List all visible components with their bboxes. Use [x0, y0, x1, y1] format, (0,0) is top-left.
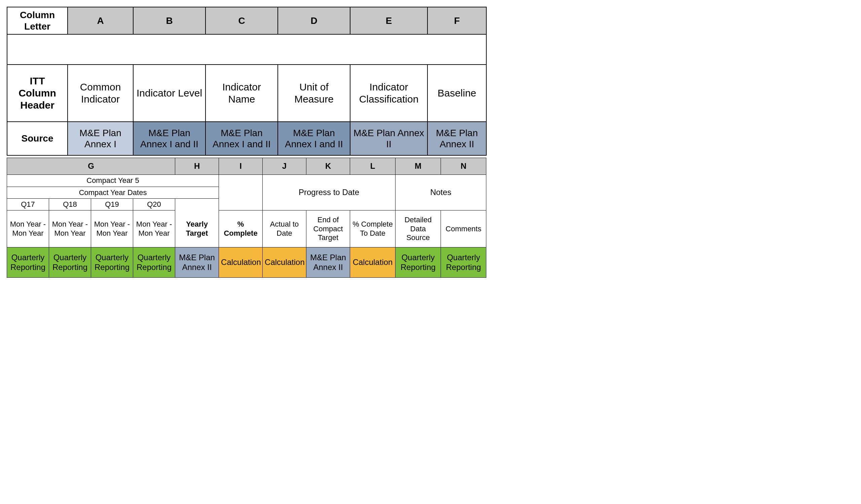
col-G: G: [7, 158, 175, 175]
itt-A: Common Indicator: [68, 65, 133, 122]
blank-I: [219, 175, 263, 210]
itt-header-label: ITT Column Header: [7, 65, 68, 122]
blank-row: [7, 34, 486, 65]
col-E: E: [350, 7, 427, 34]
itt-table-2: G H I J K L M N Compact Year 5 Progress …: [7, 158, 486, 278]
blank-cell: [7, 34, 486, 65]
src-G3: Quarterly Reporting: [91, 248, 133, 278]
col-B: B: [133, 7, 205, 34]
src-L: Calculation: [350, 248, 396, 278]
blank-H-top: [175, 198, 219, 210]
col-D: D: [278, 7, 350, 34]
col-A: A: [68, 7, 133, 34]
source-label: Source: [7, 122, 68, 155]
col-C: C: [205, 7, 278, 34]
itt-D: Unit of Measure: [278, 65, 350, 122]
column-letter-label: Column Letter: [7, 7, 68, 34]
compact-year-row: Compact Year 5 Progress to Date Notes: [7, 175, 486, 186]
itt-table-1: Column Letter A B C D E F ITT Column Hea…: [7, 7, 487, 156]
src-E: M&E Plan Annex II: [350, 122, 427, 155]
progress-label: Progress to Date: [263, 175, 396, 210]
src-F: M&E Plan Annex II: [427, 122, 486, 155]
col-M: M: [396, 158, 441, 175]
src-J: Calculation: [263, 248, 306, 278]
col-J: J: [263, 158, 306, 175]
col-H: H: [175, 158, 219, 175]
src-G1: Quarterly Reporting: [7, 248, 49, 278]
q17: Q17: [7, 198, 49, 210]
col-F: F: [427, 7, 486, 34]
col-N: N: [441, 158, 486, 175]
q19-range: Mon Year - Mon Year: [91, 210, 133, 248]
hdr-H: Yearly Target: [175, 210, 219, 248]
q18-range: Mon Year - Mon Year: [49, 210, 91, 248]
q19: Q19: [91, 198, 133, 210]
src-B: M&E Plan Annex I and II: [133, 122, 205, 155]
compact-year-label: Compact Year 5: [7, 175, 219, 186]
itt-C: Indicator Name: [205, 65, 278, 122]
src-C: M&E Plan Annex I and II: [205, 122, 278, 155]
src-H: M&E Plan Annex II: [175, 248, 219, 278]
notes-label: Notes: [396, 175, 486, 210]
col-K: K: [306, 158, 350, 175]
col-L: L: [350, 158, 396, 175]
col-I: I: [219, 158, 263, 175]
itt-E: Indicator Classification: [350, 65, 427, 122]
src-D: M&E Plan Annex I and II: [278, 122, 350, 155]
hdr-N: Comments: [441, 210, 486, 248]
compact-dates-label: Compact Year Dates: [7, 186, 219, 198]
itt-B: Indicator Level: [133, 65, 205, 122]
src-M: Quarterly Reporting: [396, 248, 441, 278]
hdr-I: % Complete: [219, 210, 263, 248]
src-N: Quarterly Reporting: [441, 248, 486, 278]
hdr-J: Actual to Date: [263, 210, 306, 248]
hdr-M: Detailed Data Source: [396, 210, 441, 248]
hdr-L: % Complete To Date: [350, 210, 396, 248]
header-labels-row: Mon Year - Mon Year Mon Year - Mon Year …: [7, 210, 486, 248]
itt-F: Baseline: [427, 65, 486, 122]
src-G2: Quarterly Reporting: [49, 248, 91, 278]
q18: Q18: [49, 198, 91, 210]
column-letter-row: Column Letter A B C D E F: [7, 7, 486, 34]
hdr-K: End of Compact Target: [306, 210, 350, 248]
src-K: M&E Plan Annex II: [306, 248, 350, 278]
src-A: M&E Plan Annex I: [68, 122, 133, 155]
itt-header-row: ITT Column Header Common Indicator Indic…: [7, 65, 486, 122]
source-row-2: Quarterly Reporting Quarterly Reporting …: [7, 248, 486, 278]
src-I: Calculation: [219, 248, 263, 278]
source-row-1: Source M&E Plan Annex I M&E Plan Annex I…: [7, 122, 486, 155]
q20: Q20: [133, 198, 175, 210]
column-letter-row-2: G H I J K L M N: [7, 158, 486, 175]
q17-range: Mon Year - Mon Year: [7, 210, 49, 248]
q20-range: Mon Year - Mon Year: [133, 210, 175, 248]
src-G4: Quarterly Reporting: [133, 248, 175, 278]
